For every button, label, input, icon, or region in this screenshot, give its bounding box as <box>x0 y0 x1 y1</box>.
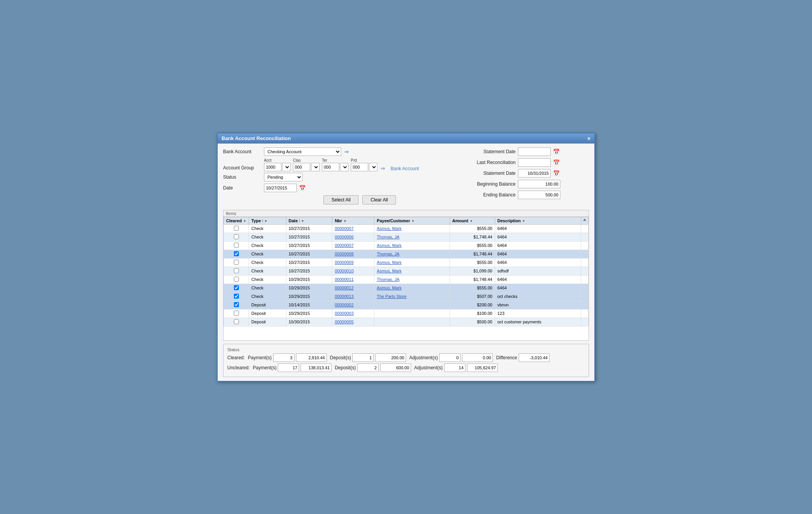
nbr-cell[interactable]: 00000007 <box>332 224 374 233</box>
cleared-checkbox[interactable] <box>234 319 239 324</box>
payee-link[interactable]: Asmus, Mark <box>377 269 401 273</box>
col-type[interactable]: Type / ▼ <box>249 217 286 224</box>
col-nbr[interactable]: Nbr ▼ <box>332 217 374 224</box>
nbr-cell[interactable]: 00000010 <box>332 267 374 275</box>
payee-link[interactable]: Asmus, Mark <box>377 286 401 290</box>
payee-link[interactable]: Asmus, Mark <box>377 243 401 248</box>
statement-date2-calendar-icon[interactable]: 📅 <box>553 170 560 176</box>
difference-amount[interactable] <box>519 353 550 362</box>
uncleared-adjustments-count[interactable] <box>444 364 465 372</box>
clas-dropdown[interactable]: ▼ <box>311 163 320 171</box>
uncleared-deposits-amount[interactable] <box>380 364 411 372</box>
cleared-payments-count[interactable] <box>273 353 294 362</box>
nbr-link[interactable]: 00000008 <box>335 252 354 256</box>
payee-cell[interactable]: Asmus, Mark <box>374 241 450 250</box>
clear-all-button[interactable]: Clear All <box>362 195 396 205</box>
nbr-link[interactable]: 00000012 <box>335 286 354 290</box>
cleared-checkbox[interactable] <box>234 268 239 273</box>
payee-cell[interactable]: Thomas, JA <box>374 250 450 258</box>
nbr-cell[interactable]: 00000002 <box>332 301 374 309</box>
nbr-link[interactable]: 00000007 <box>335 226 354 231</box>
nbr-cell[interactable]: 00000013 <box>332 292 374 301</box>
nbr-link[interactable]: 00000003 <box>335 311 354 316</box>
prd-dropdown[interactable]: ▼ <box>369 163 377 171</box>
payee-link[interactable]: Thomas, JA <box>377 277 399 282</box>
payee-cell[interactable]: Asmus, Mark <box>374 224 450 233</box>
nbr-cell[interactable]: 00000007 <box>332 241 374 250</box>
nbr-link[interactable]: 00000006 <box>335 235 354 239</box>
nbr-link[interactable]: 00000005 <box>335 320 354 324</box>
bank-account-link-icon[interactable]: ⇒ <box>380 165 386 171</box>
cleared-checkbox[interactable] <box>234 285 239 290</box>
nbr-cell[interactable]: 00000005 <box>332 318 374 326</box>
payee-link[interactable]: Asmus, Mark <box>377 226 401 231</box>
uncleared-deposits-count[interactable] <box>357 364 379 372</box>
payee-cell[interactable]: The Parts Store <box>374 292 450 301</box>
cleared-checkbox[interactable] <box>234 234 239 239</box>
nbr-link[interactable]: 00000011 <box>335 277 354 282</box>
nbr-cell[interactable]: 00000006 <box>332 233 374 241</box>
payee-link[interactable]: Asmus, Mark <box>377 260 401 265</box>
ter-dropdown[interactable]: ▼ <box>340 163 348 171</box>
bank-account-nav-icon[interactable]: ⇒ <box>343 149 350 155</box>
acct-input[interactable] <box>264 163 281 171</box>
status-select[interactable]: Pending <box>264 173 303 181</box>
bank-account-select[interactable]: Checking Account <box>264 147 341 156</box>
nbr-cell[interactable]: 00000009 <box>332 258 374 267</box>
col-description[interactable]: Description ▼ <box>495 217 581 224</box>
last-reconciliation-calendar-icon[interactable]: 📅 <box>553 159 560 166</box>
cleared-deposits-amount[interactable] <box>375 353 406 362</box>
nbr-cell[interactable]: 00000003 <box>332 309 374 318</box>
ending-balance-input[interactable] <box>518 191 560 199</box>
nbr-link[interactable]: 00000010 <box>335 269 354 273</box>
nbr-link[interactable]: 00000007 <box>335 243 354 248</box>
col-date[interactable]: Date / ▼ <box>286 217 332 224</box>
cleared-checkbox[interactable] <box>234 243 239 248</box>
uncleared-payments-amount[interactable] <box>301 364 332 372</box>
ter-input[interactable] <box>322 163 339 171</box>
cleared-checkbox[interactable] <box>234 294 239 299</box>
cleared-checkbox[interactable] <box>234 226 239 231</box>
nbr-link[interactable]: 00000002 <box>335 303 354 307</box>
cleared-checkbox[interactable] <box>234 277 239 282</box>
date-input[interactable] <box>264 184 297 192</box>
beginning-balance-input[interactable] <box>518 180 560 188</box>
payee-cell[interactable]: Asmus, Mark <box>374 284 450 292</box>
payee-cell[interactable]: Asmus, Mark <box>374 267 450 275</box>
clas-input[interactable] <box>293 163 310 171</box>
nbr-cell[interactable]: 00000008 <box>332 250 374 258</box>
statement-date-input[interactable] <box>518 147 551 156</box>
uncleared-payments-count[interactable] <box>278 364 299 372</box>
payee-cell[interactable]: Thomas, JA <box>374 233 450 241</box>
nbr-link[interactable]: 00000009 <box>335 260 354 265</box>
statement-date-calendar-icon[interactable]: 📅 <box>553 149 560 155</box>
payee-cell[interactable]: Asmus, Mark <box>374 258 450 267</box>
cleared-payments-amount[interactable] <box>296 353 327 362</box>
col-cleared[interactable]: Cleared ▼ <box>224 217 249 224</box>
cleared-deposits-count[interactable] <box>352 353 374 362</box>
nbr-cell[interactable]: 00000011 <box>332 275 374 284</box>
payee-cell[interactable]: Thomas, JA <box>374 275 450 284</box>
last-reconciliation-input[interactable] <box>518 158 551 167</box>
acct-dropdown[interactable]: ▼ <box>282 163 291 171</box>
close-button[interactable]: × <box>587 135 590 142</box>
items-table-container[interactable]: Cleared ▼ Type / ▼ Date / ▼ Nbr ▼ Payee/… <box>223 217 589 340</box>
nbr-cell[interactable]: 00000012 <box>332 284 374 292</box>
date-calendar-icon[interactable]: 📅 <box>299 185 306 191</box>
cleared-checkbox[interactable] <box>234 302 239 307</box>
cleared-checkbox[interactable] <box>234 260 239 265</box>
bank-account-link-text[interactable]: Bank Account <box>391 166 419 171</box>
cleared-adjustments-count[interactable] <box>439 353 460 362</box>
payee-link[interactable]: Thomas, JA <box>377 235 399 239</box>
select-all-button[interactable]: Select All <box>323 195 359 205</box>
cleared-checkbox[interactable] <box>234 251 239 256</box>
uncleared-adjustments-amount[interactable] <box>467 364 498 372</box>
statement-date2-input[interactable] <box>518 169 551 178</box>
cleared-adjustments-amount[interactable] <box>462 353 493 362</box>
payee-link[interactable]: The Parts Store <box>377 294 406 299</box>
col-amount[interactable]: Amount ▼ <box>450 217 495 224</box>
prd-input[interactable] <box>351 163 368 171</box>
nbr-link[interactable]: 00000013 <box>335 294 354 299</box>
payee-link[interactable]: Thomas, JA <box>377 252 399 256</box>
cleared-checkbox[interactable] <box>234 311 239 316</box>
